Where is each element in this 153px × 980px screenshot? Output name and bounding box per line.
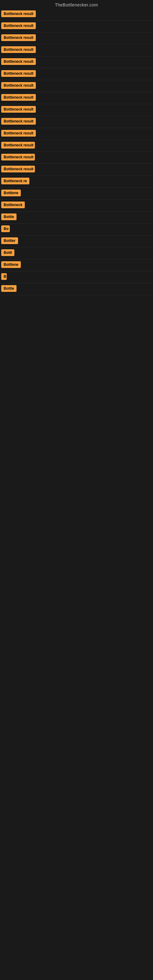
bottleneck-badge[interactable]: Bottlene [1,189,21,196]
bottleneck-badge[interactable]: Bo [1,225,10,232]
bottleneck-badge[interactable]: Bottleneck result [1,46,36,53]
bottleneck-badge[interactable]: Bottleneck result [1,58,36,65]
bottleneck-badge[interactable]: Bottl [1,249,14,256]
bottleneck-badge[interactable]: Bottleneck re [1,178,29,185]
bottleneck-badge[interactable]: Bottleneck result [1,70,36,77]
result-row: Bottleneck result [0,45,153,56]
result-row: Bottleneck result [0,116,153,128]
bottleneck-badge[interactable]: Bottleneck result [1,130,36,137]
result-row: Bottleneck result [0,92,153,104]
result-row: Bottler [0,235,153,247]
result-row: Bottleneck result [0,9,153,21]
result-row: Bottleneck result [0,21,153,32]
bottleneck-badge[interactable]: B [1,273,7,280]
result-row: Bottleneck [0,200,153,212]
result-row: Bottlene [0,259,153,271]
result-row: Bottleneck result [0,80,153,92]
bottleneck-badge[interactable]: Bottleneck result [1,142,35,148]
result-row: Bottleneck result [0,164,153,176]
bottleneck-badge[interactable]: Bottle [1,213,16,220]
bottleneck-badge[interactable]: Bottlene [1,261,21,268]
result-row: Bottlene [0,188,153,200]
bottleneck-badge[interactable]: Bottle [1,285,16,292]
site-title: TheBottlenecker.com [0,0,153,9]
result-row: Bottleneck result [0,128,153,140]
bottleneck-badge[interactable]: Bottleneck result [1,154,35,161]
results-container: Bottleneck resultBottleneck resultBottle… [0,9,153,295]
bottleneck-badge[interactable]: Bottleneck result [1,22,36,29]
result-row: Bottle [0,212,153,224]
result-row: Bottl [0,247,153,259]
bottleneck-badge[interactable]: Bottleneck result [1,82,36,89]
bottleneck-badge[interactable]: Bottleneck result [1,94,36,101]
result-row: Bottleneck result [0,56,153,68]
result-row: Bottleneck result [0,152,153,164]
result-row: Bottleneck result [0,140,153,152]
bottleneck-badge[interactable]: Bottleneck [1,202,25,208]
bottleneck-badge[interactable]: Bottleneck result [1,10,36,17]
bottleneck-badge[interactable]: Bottleneck result [1,106,36,113]
result-row: Bottleneck result [0,32,153,45]
bottleneck-badge[interactable]: Bottler [1,237,18,244]
result-row: Bottleneck re [0,176,153,188]
bottleneck-badge[interactable]: Bottleneck result [1,34,36,41]
result-row: Bottleneck result [0,104,153,116]
result-row: B [0,271,153,283]
result-row: Bottle [0,283,153,295]
result-row: Bo [0,224,153,235]
bottleneck-badge[interactable]: Bottleneck result [1,118,36,125]
result-row: Bottleneck result [0,68,153,80]
bottleneck-badge[interactable]: Bottleneck result [1,166,35,172]
